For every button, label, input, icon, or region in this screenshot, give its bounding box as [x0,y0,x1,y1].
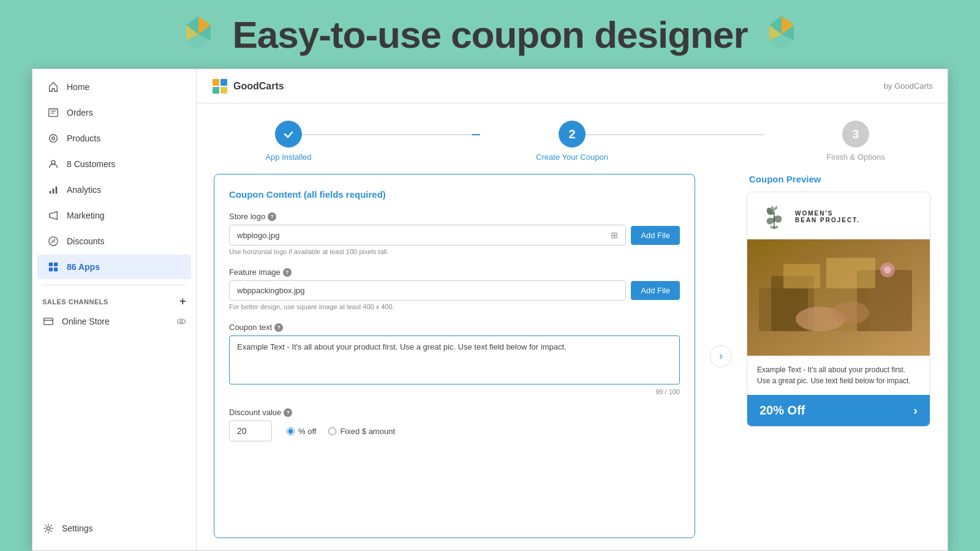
svg-point-9 [50,135,58,143]
app-window: Home Orders Products [32,69,948,551]
char-count: 99 / 100 [229,388,680,395]
marketing-icon [47,209,59,222]
step-3-circle: 3 [842,121,869,148]
step-2: 2 Create Your Coupon [480,121,664,162]
store-logo-hint: Use horizontal logo if available at leas… [229,248,680,255]
sidebar-item-discounts[interactable]: Discounts [37,229,191,253]
settings-icon [42,522,55,534]
step-2-circle: 2 [559,121,586,148]
store-logo-add-file-button[interactable]: Add File [631,226,680,245]
sidebar-item-orders[interactable]: Orders [37,100,191,125]
page-title: Easy-to-use coupon designer [232,13,747,56]
fixed-amount-option[interactable]: Fixed $ amount [328,427,395,436]
orders-icon [47,107,59,119]
feature-image-help-icon[interactable]: ? [283,268,292,277]
coupon-card: WOMEN'S BEAN PROJECT. [747,192,930,427]
store-logo-group: Store logo ? wbplogo.jpg ⊞ Add File Use … [229,212,680,255]
fixed-amount-label: Fixed $ amount [340,427,395,436]
svg-rect-36 [783,264,820,288]
sidebar-item-settings[interactable]: Settings [32,516,196,541]
sidebar-item-apps[interactable]: 86 Apps [37,255,191,279]
fixed-amount-radio[interactable] [328,427,336,435]
percent-off-radio[interactable] [287,427,295,435]
brand-line1: WOMEN'S [795,210,860,217]
svg-rect-25 [221,79,227,86]
sidebar-bottom: Settings [32,516,196,550]
home-icon [47,81,59,93]
sidebar-label-discounts: Discounts [67,236,104,246]
main-content: GoodCarts by GoodCarts App Installed 2 C… [197,69,948,550]
svg-rect-27 [221,87,227,94]
svg-rect-19 [54,268,58,271]
plant-icon [760,202,789,231]
sidebar-item-online-store[interactable]: Online Store [32,310,196,332]
svg-rect-20 [44,318,53,325]
store-logo-help-icon[interactable]: ? [268,212,276,221]
brand-name-text: WOMEN'S BEAN PROJECT. [795,210,860,223]
svg-point-22 [180,320,183,323]
svg-rect-8 [49,109,58,117]
cta-label: 20% Off [760,403,805,418]
add-channel-icon[interactable]: + [179,295,186,308]
coupon-text-group: Coupon text ? Example Text - It's all ab… [229,323,680,395]
sidebar-item-home[interactable]: Home [37,75,191,99]
sidebar-label-home: Home [67,82,89,92]
discount-type-radio-group: % off Fixed $ amount [287,427,395,436]
store-logo-label: Store logo ? [229,212,680,221]
svg-rect-37 [826,258,875,288]
percent-off-option[interactable]: % off [287,427,316,436]
sidebar-label-orders: Orders [67,108,93,118]
store-logo-value: wbplogo.jpg [237,231,279,240]
coupon-text-input[interactable]: Example Text - It's all about your produ… [229,335,680,384]
sidebar-item-analytics[interactable]: Analytics [37,178,191,202]
sidebar-item-customers[interactable]: 8 Customers [37,152,191,176]
eye-icon[interactable] [176,317,186,326]
customers-icon [47,158,59,170]
svg-point-23 [47,527,50,530]
discount-value-label: Discount value ? [229,408,680,417]
goodcarts-logo-icon [211,78,228,95]
sidebar-item-marketing[interactable]: Marketing [37,203,191,228]
sidebar-label-marketing: Marketing [67,211,104,220]
svg-rect-12 [50,191,51,194]
coupon-text-label: Coupon text ? [229,323,680,332]
sidebar-item-products[interactable]: Products [37,126,191,151]
products-icon [47,132,59,144]
left-logo-icon [177,13,220,56]
sidebar-label-products: Products [67,133,100,143]
apps-icon [47,261,59,273]
sidebar-label-analytics: Analytics [67,185,101,195]
coupon-text-help-icon[interactable]: ? [274,323,283,332]
sales-channels-label: SALES CHANNELS [42,298,108,305]
feature-image-group: Feature image ? wbppackingbox.jpg Add Fi… [229,268,680,310]
feature-image-add-file-button[interactable]: Add File [631,281,680,300]
store-logo-input-row: wbplogo.jpg ⊞ Add File [229,225,680,246]
feature-image-field: wbppackingbox.jpg [229,280,626,301]
coupon-text-body: Example Text - It's all about your produ… [747,356,930,395]
percent-off-label: % off [298,427,316,436]
feature-image-value: wbppackingbox.jpg [237,286,305,295]
feature-image-label: Feature image ? [229,268,680,277]
preview-title: Coupon Preview [747,174,930,184]
online-store-icon [42,315,55,328]
step-2-label: Create Your Coupon [536,152,608,162]
brand-name: GoodCarts [233,81,284,92]
sales-channels-header: SALES CHANNELS + [32,290,196,310]
discount-help-icon[interactable]: ? [284,408,292,417]
step-3: 3 Finish & Options [764,121,948,162]
sidebar: Home Orders Products [32,69,197,550]
analytics-icon [47,184,59,196]
top-bar: GoodCarts by GoodCarts [197,69,948,103]
svg-rect-24 [213,79,219,86]
coupon-card-header: WOMEN'S BEAN PROJECT. [747,192,930,239]
discount-value-row: % off Fixed $ amount [229,421,680,441]
svg-point-39 [884,266,891,274]
feature-image-hint: For better design, use square image at l… [229,303,680,310]
next-arrow-button[interactable]: › [710,345,732,367]
step-1-label: App Installed [265,152,311,162]
svg-point-21 [178,319,186,324]
sidebar-label-customers: 8 Customers [67,159,115,169]
svg-rect-16 [49,263,53,266]
coupon-cta[interactable]: 20% Off › [747,395,930,426]
discount-input[interactable] [229,421,272,441]
